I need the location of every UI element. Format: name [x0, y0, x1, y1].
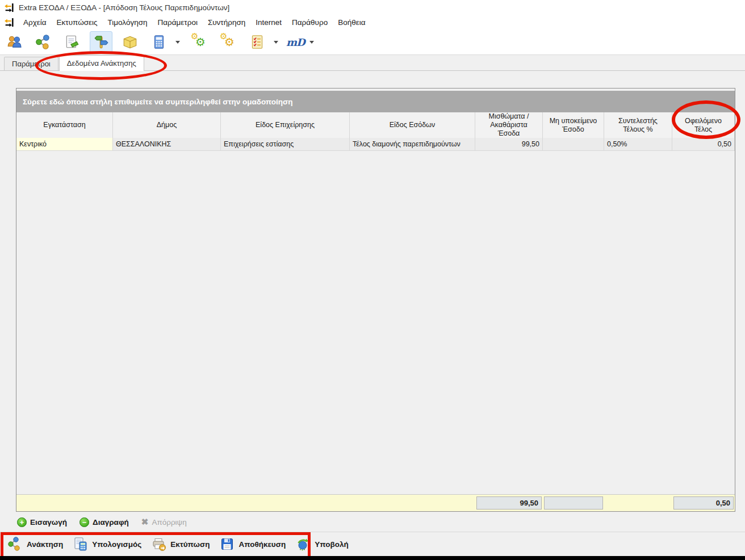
- cell-fee-rate[interactable]: 0,50%: [604, 138, 672, 151]
- summary-row: 99,50 0,50: [16, 494, 735, 511]
- checklist-button[interactable]: [246, 31, 269, 53]
- title-bar: Extra ΕΣΟΔΑ / ΕΞΟΔΑ - [Απόδοση Τέλους Πα…: [0, 0, 745, 15]
- retrieve-label: Ανάκτηση: [27, 540, 63, 549]
- group-by-bar[interactable]: Σύρετε εδώ όποια στήλη επιθυμείτε να συμ…: [16, 91, 735, 112]
- minus-icon: −: [79, 517, 89, 527]
- reject-label: Απόρριψη: [152, 518, 186, 527]
- calculate-icon: [73, 537, 88, 551]
- delete-label: Διαγραφή: [93, 518, 129, 527]
- grid-header-row: Εγκατάσταση Δήμος Είδος Επιχείρησης Είδο…: [16, 112, 735, 138]
- calculator-icon: [151, 34, 167, 50]
- submit-label: Υποβολή: [315, 540, 348, 549]
- users-button[interactable]: [3, 31, 26, 53]
- column-header-gross-income[interactable]: Μισθώματα / Ακαθάριστα Έσοδα: [475, 112, 543, 138]
- calculate-button[interactable]: Υπολογισμός: [70, 534, 148, 554]
- content-area: Σύρετε εδώ όποια στήλη επιθυμείτε να συμ…: [0, 71, 745, 556]
- column-header-fee-due[interactable]: Οφειλόμενο Τέλος: [672, 112, 735, 138]
- delete-button[interactable]: − Διαγραφή: [79, 517, 129, 527]
- floppy-disk-icon: [220, 537, 235, 551]
- cell-income-type[interactable]: Τέλος διαμονής παρεπιδημούντων: [350, 138, 475, 151]
- document-edit-button[interactable]: [61, 31, 83, 53]
- submit-icon: [296, 537, 311, 551]
- summary-gross-total: 99,50: [476, 496, 542, 510]
- table-row[interactable]: Κεντρικό ΘΕΣΣΑΛΟΝΙΚΗΣ Επιχειρήσεις εστία…: [16, 138, 735, 151]
- gears-yellow-icon: ⚙ ⚙: [219, 33, 237, 51]
- mdi-child-icon[interactable]: [4, 18, 14, 27]
- cell-business-type[interactable]: Επιχειρήσεις εστίασης: [221, 138, 350, 151]
- bottom-black-strip: [0, 556, 745, 560]
- md-dropdown-arrow[interactable]: [309, 41, 314, 44]
- calculator-dropdown-arrow[interactable]: [175, 41, 180, 44]
- menu-item-files[interactable]: Αρχεία: [18, 17, 52, 28]
- column-header-business-type[interactable]: Είδος Επιχείρησης: [221, 112, 350, 138]
- signpost-button[interactable]: [90, 31, 112, 53]
- menu-item-invoicing[interactable]: Τιμολόγηση: [103, 17, 153, 28]
- reject-button: ✖ Απόρριψη: [141, 517, 187, 527]
- settings-yellow-button[interactable]: ⚙ ⚙: [217, 31, 240, 53]
- cell-exempt-income[interactable]: [543, 138, 604, 151]
- group-by-hint: Σύρετε εδώ όποια στήλη επιθυμείτε να συμ…: [23, 98, 292, 106]
- users-icon: [6, 34, 22, 50]
- menu-item-parameters[interactable]: Παράμετροι: [153, 17, 203, 28]
- bottom-action-bar: Ανάκτηση Υπολογισμός: [0, 532, 745, 556]
- checklist-icon: [249, 34, 265, 50]
- cell-installation[interactable]: Κεντρικό: [16, 138, 113, 151]
- column-header-exempt-income[interactable]: Μη υποκείμενο Έσοδο: [543, 112, 604, 138]
- checklist-dropdown-arrow[interactable]: [274, 41, 278, 44]
- save-button[interactable]: Αποθήκευση: [216, 534, 292, 554]
- column-header-fee-rate[interactable]: Συντελεστής Τέλους %: [604, 112, 672, 138]
- gears-green-icon: ⚙ ⚙: [190, 33, 208, 51]
- column-header-installation[interactable]: Εγκατάσταση: [16, 112, 113, 138]
- signpost-icon: [93, 34, 109, 50]
- x-icon: ✖: [141, 517, 149, 527]
- column-header-income-type[interactable]: Είδος Εσόδων: [350, 112, 475, 138]
- document-edit-icon: [64, 34, 80, 50]
- retrieve-button[interactable]: Ανάκτηση: [5, 534, 70, 554]
- insert-label: Εισαγωγή: [30, 518, 67, 527]
- menu-bar: Αρχεία Εκτυπώσεις Τιμολόγηση Παράμετροι …: [0, 15, 745, 30]
- menu-item-help[interactable]: Βοήθεια: [333, 17, 370, 28]
- window-title: Extra ΕΣΟΔΑ / ΕΞΟΔΑ - [Απόδοση Τέλους Πα…: [19, 3, 229, 12]
- summary-due-total: 0,50: [673, 496, 734, 510]
- column-header-municipality[interactable]: Δήμος: [113, 112, 221, 138]
- book-icon: [122, 34, 138, 50]
- menu-item-printouts[interactable]: Εκτυπώσεις: [52, 17, 103, 28]
- calculate-label: Υπολογισμός: [92, 540, 141, 549]
- main-toolbar: ⚙ ⚙ ⚙ ⚙ mD: [0, 30, 745, 55]
- menu-item-maintenance[interactable]: Συντήρηση: [203, 17, 250, 28]
- tab-strip: Παράμετροι Δεδομένα Ανάκτησης: [0, 55, 745, 71]
- app-icon: [4, 3, 14, 12]
- tab-retrieved-data[interactable]: Δεδομένα Ανάκτησης: [59, 55, 144, 71]
- retrieve-network-icon: [8, 537, 23, 551]
- md-logo[interactable]: mD: [286, 36, 305, 48]
- save-label: Αποθήκευση: [238, 540, 286, 549]
- menu-item-window[interactable]: Παράθυρο: [287, 17, 333, 28]
- settings-green-button[interactable]: ⚙ ⚙: [188, 31, 211, 53]
- cell-municipality[interactable]: ΘΕΣΣΑΛΟΝΙΚΗΣ: [113, 138, 221, 151]
- cell-fee-due[interactable]: 0,50: [672, 138, 735, 151]
- insert-button[interactable]: + Εισαγωγή: [17, 517, 67, 527]
- plus-icon: +: [17, 517, 27, 527]
- print-label: Εκτύπωση: [170, 540, 210, 549]
- printer-icon: [152, 537, 166, 551]
- menu-item-internet[interactable]: Internet: [250, 17, 287, 28]
- data-grid-panel: Σύρετε εδώ όποια στήλη επιθυμείτε να συμ…: [16, 88, 735, 512]
- book-button[interactable]: [119, 31, 141, 53]
- network-icon: [35, 34, 51, 50]
- print-button[interactable]: Εκτύπωση: [148, 534, 216, 554]
- calculator-button[interactable]: [148, 31, 170, 53]
- cell-gross-income[interactable]: 99,50: [475, 138, 543, 151]
- summary-exempt-total: [544, 496, 603, 510]
- tab-parameters[interactable]: Παράμετροι: [4, 57, 58, 70]
- submit-button[interactable]: Υποβολή: [292, 534, 355, 554]
- grid-empty-area: [16, 151, 735, 494]
- network-button[interactable]: [32, 31, 55, 53]
- row-edit-toolbar: + Εισαγωγή − Διαγραφή ✖ Απόρριψη: [17, 514, 187, 530]
